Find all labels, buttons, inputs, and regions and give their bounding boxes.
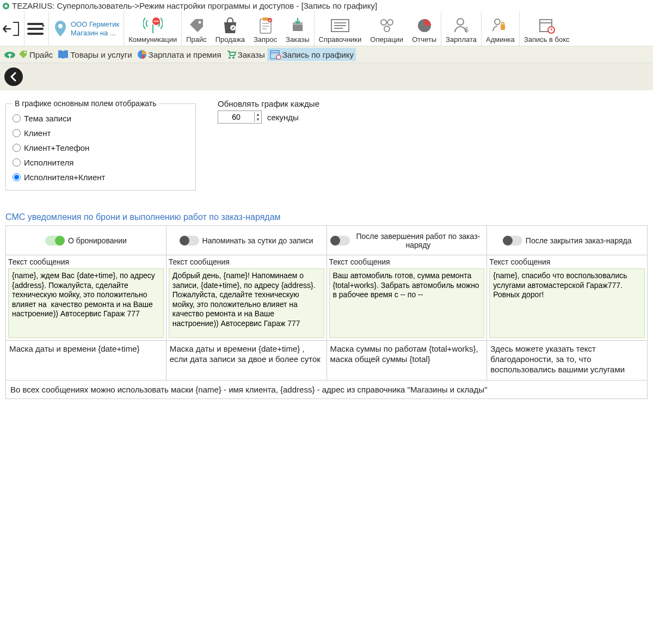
gears-icon (378, 17, 396, 34)
radiogroup-legend: В графике основным полем отображать (13, 99, 158, 108)
pie-chart-icon (416, 17, 433, 34)
refresh-block: Обновлять график каждые ▲ ▼ секунды (218, 99, 319, 124)
svg-point-19 (457, 19, 464, 25)
sms-col-closed: После закрытия заказ-наряда Текст сообще… (487, 226, 647, 380)
window-title: TEZARIUS: Суперпользователь->Режим настр… (12, 1, 377, 10)
sms-text-workdone[interactable] (329, 268, 485, 338)
subtab-orders[interactable]: Заказы (224, 48, 267, 61)
subtab-schedule[interactable]: Запись по графику (267, 48, 356, 61)
list-box-icon (330, 19, 350, 33)
svg-point-11 (268, 18, 272, 22)
radio-client[interactable]: Клиент (13, 126, 189, 140)
refresh-unit: секунды (267, 113, 299, 122)
toolbar-price[interactable]: Прайс (182, 11, 211, 46)
box-arrow-icon (289, 17, 306, 34)
book-icon (57, 49, 69, 60)
spinner-up-icon[interactable]: ▲ (255, 112, 261, 117)
svg-point-29 (232, 57, 235, 59)
sms-text-booking[interactable] (8, 268, 164, 338)
sms-hint-booking: Маска даты и времени {date+time} (6, 340, 166, 379)
toggle-reminder[interactable] (180, 236, 199, 246)
company-store: Магазин на ... (71, 29, 119, 38)
subtab-salary[interactable]: Зарплата и премия (134, 48, 224, 61)
sms-hint-closed: Здесь можете указать текст благодароност… (487, 340, 647, 380)
exit-button[interactable] (0, 11, 24, 46)
refresh-value-input[interactable] (218, 111, 254, 123)
main-toolbar: ООО Герметик Магазин на ... Коммуникации… (0, 11, 653, 46)
subtab-price[interactable]: Прайс (1, 47, 55, 62)
subtab-goods[interactable]: Товары и услуги (55, 48, 134, 61)
toolbar-salary[interactable]: $ Зарплата (441, 11, 481, 46)
toolbar-refs[interactable]: Справочники (315, 11, 366, 46)
company-selector[interactable]: ООО Герметик Магазин на ... (49, 11, 124, 46)
location-pin-icon (53, 20, 67, 38)
sms-footer-note: Во всех сообщениях можно использовать ма… (6, 380, 647, 398)
spinner-down-icon[interactable]: ▼ (255, 117, 261, 122)
toolbar-communication[interactable]: Коммуникации (124, 11, 181, 46)
back-button[interactable] (4, 68, 23, 86)
antenna-icon (143, 17, 163, 34)
svg-text:$: $ (465, 26, 469, 34)
sms-col-booking: О бронировании Текст сообщения Маска дат… (6, 226, 167, 380)
toolbar-orders[interactable]: Заказы (281, 11, 313, 46)
refresh-spinner[interactable]: ▲ ▼ (218, 111, 262, 124)
arrow-left-icon (8, 71, 20, 83)
svg-point-15 (381, 20, 386, 25)
toggle-booking[interactable] (45, 236, 65, 246)
svg-point-28 (229, 57, 231, 59)
sub-toolbar: Прайс Товары и услуги Зарплата и премия … (0, 46, 653, 63)
svg-rect-22 (501, 24, 505, 30)
calendar-clock-icon (538, 17, 556, 34)
svg-point-4 (153, 21, 155, 22)
svg-point-6 (157, 21, 158, 22)
tag-small-icon (17, 49, 28, 60)
toolbar-reports[interactable]: Отчеты (408, 11, 441, 46)
toolbar-schedule[interactable]: Запись в бокс (520, 11, 574, 46)
menu-button[interactable] (24, 11, 48, 46)
refresh-label: Обновлять график каждые (218, 99, 319, 108)
tag-icon (188, 17, 205, 34)
sms-hint-reminder: Маска даты и времени {date+time} , если … (167, 340, 326, 379)
sms-text-reminder[interactable] (169, 268, 324, 338)
radio-client-phone[interactable]: Клиент+Телефон (13, 140, 189, 155)
svg-point-21 (495, 19, 500, 24)
shopping-bag-icon (222, 17, 238, 34)
calendar-small-icon (269, 49, 281, 60)
svg-point-16 (387, 20, 393, 25)
sms-panel: О бронировании Текст сообщения Маска дат… (5, 225, 648, 399)
radio-performer[interactable]: Исполнителя (13, 155, 189, 170)
svg-point-5 (155, 21, 156, 22)
toolbar-ops[interactable]: Операции (366, 11, 408, 46)
app-logo-icon (2, 2, 10, 10)
toolbar-admin[interactable]: Админка (482, 11, 519, 46)
toolbar-request[interactable]: Запрос (249, 11, 281, 46)
display-field-radiogroup: В графике основным полем отображать Тема… (5, 99, 196, 191)
toggle-workdone[interactable] (330, 236, 350, 246)
person-money-icon: $ (453, 17, 470, 34)
toggle-closed[interactable] (503, 236, 522, 246)
sms-section-heading: СМС уведомления по брони и выполнению ра… (5, 212, 648, 222)
sms-col-workdone: После завершения работ по заказ-наряду Т… (327, 226, 488, 380)
cloud-upload-icon (3, 48, 16, 60)
toolbar-sale[interactable]: Продажа (211, 11, 249, 46)
svg-point-1 (4, 4, 7, 7)
svg-point-26 (24, 52, 26, 53)
svg-point-7 (198, 21, 201, 24)
radio-performer-client[interactable]: Исполнителя+Клиент (13, 170, 189, 185)
exit-icon (2, 19, 22, 39)
svg-point-31 (276, 55, 281, 59)
content-area: В графике основным полем отображать Тема… (0, 90, 653, 408)
svg-point-17 (384, 26, 390, 32)
sms-col-reminder: Напоминать за сутки до записи Текст сооб… (167, 226, 327, 380)
svg-rect-10 (263, 17, 268, 21)
title-bar: TEZARIUS: Суперпользователь->Режим настр… (0, 0, 653, 11)
back-bar (0, 63, 653, 90)
cart-small-icon (226, 49, 237, 60)
pie-small-icon (137, 49, 147, 60)
radio-theme[interactable]: Тема записи (13, 111, 189, 126)
sms-text-closed[interactable] (489, 268, 645, 338)
company-name: ООО Герметик (71, 20, 119, 29)
sms-hint-workdone: Маска суммы по работам {total+works}, ма… (327, 340, 487, 379)
clipboard-icon (258, 17, 273, 34)
hamburger-icon (27, 21, 46, 37)
